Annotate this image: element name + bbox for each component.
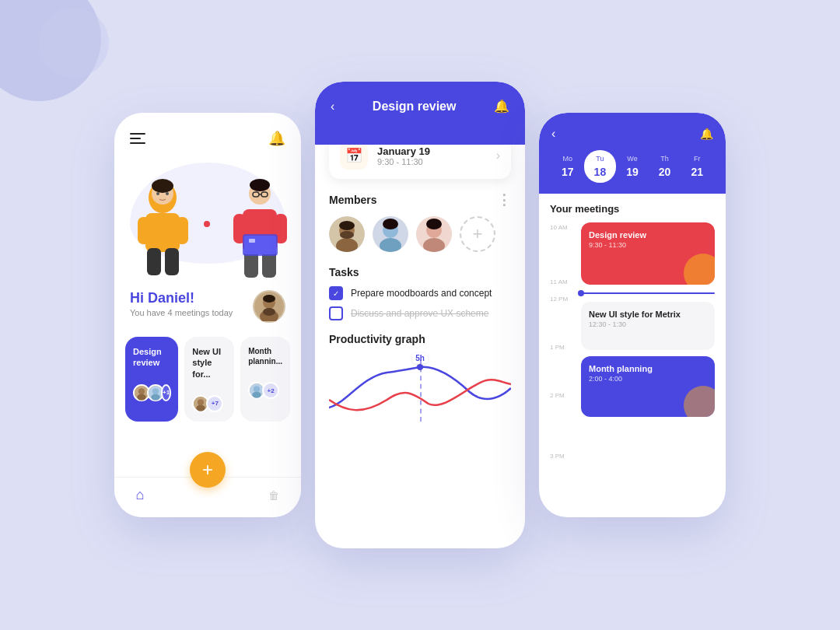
day-num: 19 — [626, 166, 639, 178]
menu-icon[interactable] — [130, 133, 145, 144]
meeting-cards-section: Designreview +1 New UIstyle for... — [114, 329, 301, 429]
greeting-section: Hi Daniel! You have 4 meetings today — [114, 279, 301, 329]
block-decoration — [684, 386, 715, 417]
svg-point-43 — [339, 221, 355, 230]
member-count-badge: +1 — [161, 384, 171, 401]
member-1-avatar[interactable] — [329, 216, 365, 252]
member-count-badge: +7 — [206, 395, 223, 412]
phone1-header: 🔔 — [114, 113, 301, 155]
meeting-block-title: New UI style for Metrix — [589, 310, 707, 319]
svg-point-27 — [263, 308, 275, 316]
svg-point-52 — [426, 219, 442, 229]
meeting-card-month-planning[interactable]: Monthplannin... +2 — [240, 337, 290, 422]
productivity-section: Productivity graph 5h — [329, 333, 511, 431]
svg-point-33 — [151, 394, 159, 400]
tasks-section: Tasks Prepare moodboards and concept Dis… — [329, 266, 511, 320]
hero-illustration — [114, 155, 301, 279]
meeting-card-design-review[interactable]: Designreview +1 — [125, 337, 178, 422]
phone3-header: ‹ 🔔 Mo 17 Tu 18 We 19 Th — [539, 113, 726, 194]
svg-point-30 — [137, 394, 145, 400]
phone2-content: 📅 January 19 9:30 - 11:30 › Members ⋮ — [315, 145, 525, 526]
day-name: Mo — [563, 155, 573, 163]
now-time-indicator — [581, 292, 715, 294]
calendar-day-fr[interactable]: Fr 21 — [681, 150, 713, 183]
date-info: January 19 9:30 - 11:30 — [377, 145, 487, 166]
phone2-header: ‹ Design review 🔔 — [315, 82, 525, 145]
more-options-icon[interactable]: ⋮ — [497, 191, 511, 208]
day-num: 21 — [691, 166, 703, 178]
day-name: We — [627, 155, 637, 163]
meeting-block-title: Month planning — [589, 364, 707, 373]
back-button[interactable]: ‹ — [551, 127, 555, 141]
svg-point-38 — [254, 386, 260, 392]
calendar-day-we[interactable]: We 19 — [616, 150, 649, 183]
svg-point-26 — [263, 295, 275, 303]
calendar-week-strip: Mo 17 Tu 18 We 19 Th 20 Fr 21 — [551, 150, 713, 183]
meeting-block-month-planning[interactable]: Month planning 2:00 - 4:00 — [581, 356, 715, 417]
svg-point-8 — [156, 192, 159, 195]
productivity-chart: 5h — [329, 353, 511, 431]
timeline: 10 AM 11 AM 12 PM 1 PM 2 PM 3 PM Design … — [550, 222, 715, 497]
svg-point-39 — [252, 392, 261, 398]
phone3-body: Your meetings 10 AM 11 AM 12 PM 1 PM 2 P… — [539, 194, 726, 497]
members-list: + — [329, 216, 511, 252]
svg-point-48 — [383, 219, 398, 229]
trash-nav-icon[interactable]: 🗑 — [268, 489, 279, 502]
svg-point-36 — [197, 405, 205, 411]
task-label-1: Prepare moodboards and concept — [351, 288, 492, 299]
task-checkbox-2[interactable] — [329, 306, 343, 320]
svg-rect-6 — [165, 248, 179, 275]
member-3-avatar[interactable] — [416, 216, 452, 252]
svg-point-9 — [166, 192, 169, 195]
day-name: Fr — [694, 155, 701, 163]
meeting-block-new-ui[interactable]: New UI style for Metrix 12:30 - 1:30 — [581, 302, 715, 350]
meeting-card-new-ui[interactable]: New UIstyle for... +7 — [184, 337, 234, 422]
time-10am: 10 AM — [550, 222, 575, 277]
members-label: Members — [329, 194, 376, 206]
day-num: 20 — [659, 166, 671, 178]
add-member-button[interactable]: + — [460, 216, 495, 252]
task-label-2: Discuss and approve UX scheme — [351, 308, 488, 319]
svg-rect-21 — [244, 236, 276, 254]
svg-point-44 — [340, 231, 354, 239]
date-card[interactable]: 📅 January 19 9:30 - 11:30 › — [329, 145, 511, 179]
your-meetings-title: Your meetings — [550, 203, 715, 215]
calendar-day-th[interactable]: Th 20 — [649, 150, 681, 183]
svg-point-32 — [152, 388, 159, 394]
red-dot-decoration — [204, 221, 210, 227]
svg-rect-4 — [176, 217, 188, 244]
svg-point-16 — [250, 179, 270, 191]
task-item-1[interactable]: Prepare moodboards and concept — [329, 286, 511, 300]
calendar-icon: 📅 — [340, 145, 368, 170]
phones-container: 🔔 — [114, 82, 726, 548]
meeting-card-title: Designreview — [133, 346, 170, 369]
day-num: 17 — [562, 166, 574, 178]
notification-icon[interactable]: 🔔 — [494, 99, 509, 114]
time-3pm: 3 PM — [550, 451, 575, 497]
tasks-section-header: Tasks — [329, 266, 511, 278]
now-dot — [578, 290, 584, 296]
meeting-card-title: Monthplannin... — [248, 346, 282, 366]
user-avatar[interactable] — [253, 290, 285, 323]
member-2-avatar[interactable] — [373, 216, 408, 252]
meeting-block-time: 9:30 - 11:30 — [589, 241, 707, 249]
members-section-header: Members ⋮ — [329, 191, 511, 208]
notification-icon[interactable]: 🔔 — [700, 128, 713, 140]
phone-calendar: ‹ 🔔 Mo 17 Tu 18 We 19 Th — [539, 113, 726, 517]
svg-rect-22 — [249, 239, 255, 243]
time-1pm: 1 PM — [550, 342, 575, 390]
svg-rect-5 — [147, 248, 161, 275]
task-item-2[interactable]: Discuss and approve UX scheme — [329, 306, 511, 320]
home-nav-icon[interactable]: ⌂ — [136, 487, 145, 503]
calendar-day-mo[interactable]: Mo 17 — [551, 150, 584, 183]
add-fab-button[interactable]: + — [190, 452, 226, 488]
person1-illustration — [130, 178, 196, 279]
task-checkbox-1[interactable] — [329, 286, 343, 300]
meeting-block-design-review[interactable]: Design review 9:30 - 11:30 — [581, 222, 715, 285]
calendar-day-tu[interactable]: Tu 18 — [584, 150, 617, 183]
greeting-title: Hi Daniel! — [130, 290, 233, 306]
event-date: January 19 — [377, 145, 487, 157]
time-2pm: 2 PM — [550, 390, 575, 451]
notification-bell-icon[interactable]: 🔔 — [268, 130, 285, 147]
svg-point-29 — [138, 388, 145, 394]
